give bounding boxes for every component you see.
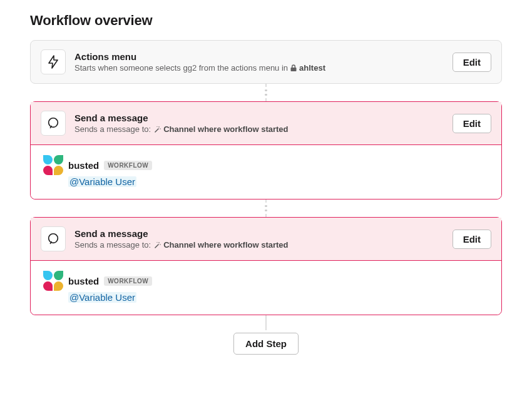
step-desc-prefix-1: Sends a message to: <box>74 124 151 134</box>
workflow-badge-2: WORKFLOW <box>104 276 152 286</box>
wand-icon <box>153 126 161 133</box>
step-title-1: Send a message <box>74 113 444 123</box>
step-title-2: Send a message <box>74 228 444 239</box>
step-text-1: Send a message Sends a message to: Chann… <box>74 113 444 134</box>
mention-1[interactable]: @Variable User <box>68 176 136 187</box>
svg-point-1 <box>158 126 160 128</box>
app-icon <box>43 155 63 175</box>
step-card-1: Send a message Sends a message to: Chann… <box>30 101 502 199</box>
svg-point-7 <box>157 241 158 242</box>
svg-point-2 <box>160 128 160 129</box>
step-target-2: Channel where workflow started <box>163 240 288 250</box>
trigger-desc: Starts when someone selects gg2 from the… <box>74 63 444 73</box>
workflow-badge-1: WORKFLOW <box>104 161 152 170</box>
lock-icon <box>290 64 297 71</box>
step-desc-1: Sends a message to: Channel where workfl… <box>74 124 444 134</box>
step-desc-2: Sends a message to: Channel where workfl… <box>74 240 444 250</box>
message-header-2: busted WORKFLOW <box>43 271 489 291</box>
svg-point-5 <box>158 242 160 243</box>
app-name-1: busted <box>68 160 99 171</box>
connector <box>265 84 267 101</box>
step-card-2: Send a message Sends a message to: Chann… <box>30 217 502 315</box>
page-title: Workflow overview <box>30 13 502 29</box>
edit-trigger-button[interactable]: Edit <box>453 53 491 72</box>
app-name-2: busted <box>68 276 99 286</box>
svg-point-6 <box>160 244 160 245</box>
trigger-title: Actions menu <box>74 51 444 62</box>
step-header-1: Send a message Sends a message to: Chann… <box>31 102 501 145</box>
step-text-2: Send a message Sends a message to: Chann… <box>74 228 444 250</box>
svg-point-4 <box>49 234 58 243</box>
add-step-button[interactable]: Add Step <box>233 333 299 355</box>
app-icon <box>43 271 63 291</box>
message-preview-2: busted WORKFLOW @Variable User <box>31 261 501 315</box>
message-preview-1: busted WORKFLOW @Variable User <box>31 145 501 199</box>
mention-2[interactable]: @Variable User <box>68 292 136 303</box>
step-desc-prefix-2: Sends a message to: <box>74 240 151 250</box>
wand-icon <box>153 241 161 249</box>
step-header-2: Send a message Sends a message to: Chann… <box>31 218 501 261</box>
step-target-1: Channel where workflow started <box>163 124 288 134</box>
svg-point-3 <box>157 126 158 126</box>
trigger-card: Actions menu Starts when someone selects… <box>30 40 502 84</box>
chat-icon <box>41 111 66 136</box>
svg-point-0 <box>49 118 58 128</box>
trigger-desc-prefix: Starts when someone selects gg2 from the… <box>74 63 288 73</box>
chat-icon <box>41 226 66 251</box>
connector <box>265 315 267 333</box>
trigger-text: Actions menu Starts when someone selects… <box>74 51 444 73</box>
message-header-1: busted WORKFLOW <box>43 155 489 175</box>
lightning-icon <box>41 49 66 74</box>
trigger-channel: ahltest <box>299 63 325 73</box>
connector <box>265 199 267 217</box>
edit-step-1-button[interactable]: Edit <box>453 114 491 133</box>
edit-step-2-button[interactable]: Edit <box>453 230 491 249</box>
